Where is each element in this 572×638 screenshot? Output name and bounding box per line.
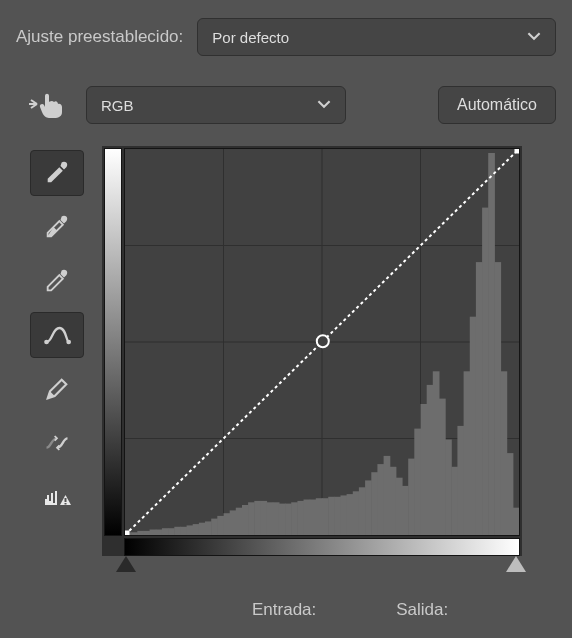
output-label: Salida: [396, 600, 448, 620]
svg-rect-71 [501, 371, 508, 535]
svg-rect-58 [421, 404, 428, 535]
svg-rect-14 [150, 530, 157, 536]
svg-rect-62 [445, 440, 452, 536]
svg-rect-63 [451, 467, 458, 535]
input-label: Entrada: [252, 600, 316, 620]
svg-point-1 [66, 340, 71, 345]
histogram-clip-icon[interactable] [30, 474, 84, 520]
svg-rect-2 [65, 498, 67, 502]
svg-point-0 [44, 340, 49, 345]
chevron-down-icon [527, 29, 541, 46]
smooth-tool[interactable] [30, 420, 84, 466]
svg-rect-33 [267, 502, 274, 535]
svg-rect-19 [180, 527, 187, 535]
svg-rect-70 [494, 262, 501, 535]
preset-label: Ajuste preestablecido: [16, 27, 183, 47]
black-point-slider[interactable] [116, 556, 136, 572]
svg-rect-34 [273, 502, 280, 535]
curves-panel: Ajuste preestablecido: Por defecto RGB A… [0, 0, 572, 630]
input-sliders [102, 556, 522, 578]
svg-rect-13 [144, 531, 151, 535]
white-point-slider[interactable] [506, 556, 526, 572]
output-gradient [104, 148, 122, 536]
svg-rect-39 [304, 500, 311, 536]
curves-plot[interactable] [124, 148, 520, 536]
svg-rect-30 [248, 502, 255, 535]
svg-rect-60 [433, 371, 440, 535]
svg-rect-65 [464, 371, 471, 535]
svg-rect-35 [279, 504, 286, 535]
svg-rect-51 [377, 464, 384, 535]
svg-rect-42 [322, 498, 329, 535]
svg-rect-11 [131, 532, 138, 535]
svg-rect-3 [65, 503, 67, 505]
svg-rect-18 [174, 527, 181, 535]
svg-rect-32 [260, 501, 267, 535]
curves-frame [102, 146, 522, 556]
curve-edit-tool[interactable] [30, 312, 84, 358]
svg-rect-66 [470, 317, 477, 535]
channel-row: RGB Automático [16, 86, 556, 124]
svg-rect-49 [365, 480, 372, 535]
svg-point-75 [317, 335, 329, 347]
svg-rect-72 [507, 453, 514, 535]
svg-rect-24 [211, 519, 218, 535]
svg-rect-25 [217, 516, 224, 535]
svg-rect-23 [205, 521, 212, 535]
svg-rect-29 [242, 505, 249, 535]
svg-rect-52 [384, 456, 391, 535]
svg-rect-36 [285, 504, 292, 535]
svg-rect-15 [156, 530, 163, 536]
eyedropper-black-tool[interactable] [30, 150, 84, 196]
svg-rect-74 [125, 531, 129, 535]
svg-rect-76 [515, 149, 519, 153]
svg-rect-28 [236, 508, 243, 535]
io-row: Entrada: Salida: [102, 600, 556, 620]
svg-rect-54 [396, 478, 403, 535]
preset-value: Por defecto [212, 29, 289, 46]
preset-row: Ajuste preestablecido: Por defecto [16, 18, 556, 56]
preset-select[interactable]: Por defecto [197, 18, 556, 56]
svg-rect-20 [187, 525, 194, 535]
chevron-down-icon [317, 97, 331, 114]
pencil-tool[interactable] [30, 366, 84, 412]
svg-rect-50 [371, 472, 378, 535]
svg-rect-17 [168, 528, 175, 535]
svg-rect-38 [297, 501, 304, 535]
svg-rect-47 [353, 491, 360, 535]
svg-rect-55 [402, 486, 409, 535]
svg-rect-68 [482, 208, 489, 535]
svg-rect-21 [193, 524, 200, 535]
targeted-adjustment-icon[interactable] [22, 90, 72, 120]
svg-rect-40 [310, 500, 317, 536]
svg-rect-69 [488, 153, 495, 535]
tool-column [16, 146, 98, 620]
channel-value: RGB [101, 97, 134, 114]
svg-rect-53 [390, 467, 397, 535]
curves-area: Entrada: Salida: [102, 146, 556, 620]
svg-rect-45 [341, 495, 348, 535]
svg-rect-61 [439, 399, 446, 535]
svg-rect-26 [224, 513, 231, 535]
svg-rect-12 [137, 531, 144, 535]
svg-rect-73 [513, 508, 519, 535]
auto-button[interactable]: Automático [438, 86, 556, 124]
svg-rect-31 [254, 501, 261, 535]
svg-rect-41 [316, 498, 323, 535]
svg-rect-37 [291, 502, 298, 535]
svg-rect-56 [408, 459, 415, 535]
svg-rect-57 [414, 429, 421, 535]
svg-rect-22 [199, 523, 206, 535]
eyedropper-gray-tool[interactable] [30, 204, 84, 250]
auto-button-label: Automático [457, 96, 537, 114]
svg-rect-16 [162, 528, 169, 535]
svg-rect-46 [347, 494, 354, 535]
svg-rect-44 [334, 497, 341, 535]
eyedropper-white-tool[interactable] [30, 258, 84, 304]
svg-rect-48 [359, 487, 366, 535]
svg-rect-27 [230, 510, 237, 535]
svg-rect-67 [476, 262, 483, 535]
channel-select[interactable]: RGB [86, 86, 346, 124]
svg-rect-43 [328, 497, 335, 535]
svg-rect-59 [427, 385, 434, 535]
